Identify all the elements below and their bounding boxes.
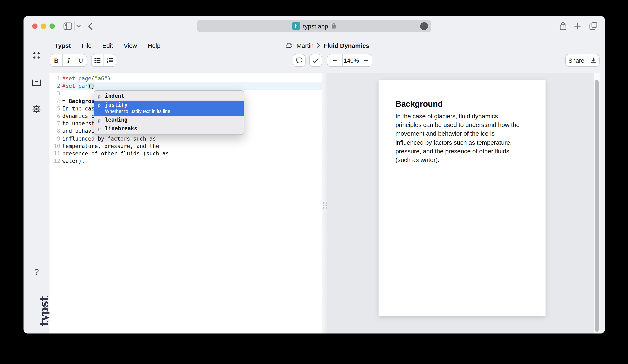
numbered-list-button[interactable]: 1 2: [104, 54, 116, 66]
code-line-9[interactable]: 9influenced by factors such as: [50, 135, 322, 143]
browser-window: t typst.app: [23, 16, 605, 334]
help-icon[interactable]: ?: [34, 268, 39, 277]
code-line-2[interactable]: 2#set par(): [50, 82, 322, 90]
line-number: 4: [50, 97, 60, 105]
menu-bar: TypstFileEditViewHelp: [55, 38, 160, 52]
site-favicon: t: [292, 22, 300, 30]
close-window-button[interactable]: [32, 23, 37, 29]
preview-text-line: movement and behavior of the ice is: [395, 129, 530, 138]
preview-text-line: principles can be used to understand how…: [395, 120, 530, 129]
menu-file[interactable]: File: [82, 42, 91, 49]
check-button-group: [309, 54, 322, 67]
param-prefix: p: [98, 116, 101, 123]
code-line-11[interactable]: 11presence of other fluids (such as: [50, 150, 322, 157]
zoom-level[interactable]: 140%: [342, 54, 360, 66]
share-page-icon[interactable]: [559, 21, 566, 30]
code-text: water).: [62, 157, 85, 165]
preview-pane: Background In the case of glaciers, flui…: [327, 73, 600, 334]
autocomplete-popup: pindentpjustifyWhether to justify text i…: [93, 90, 244, 135]
zoom-window-button[interactable]: [49, 23, 55, 29]
tab-overview-icon[interactable]: [589, 22, 598, 30]
param-name: indent: [105, 92, 124, 99]
param-prefix: p: [98, 102, 101, 108]
preview-text-line: In the case of glaciers, fluid dynamics: [395, 112, 530, 120]
browser-titlebar: t typst.app: [23, 16, 605, 37]
autocomplete-item-linebreaks[interactable]: plinebreaks: [94, 124, 243, 133]
code-line-12[interactable]: 12water).: [50, 157, 322, 165]
preview-page: Background In the case of glaciers, flui…: [379, 80, 546, 316]
zoom-level-label: 140%: [344, 57, 359, 64]
code-line-1[interactable]: 1#set page("a6"): [50, 75, 322, 82]
checkmark-icon: [313, 58, 319, 63]
preview-scrollbar-track[interactable]: [594, 73, 600, 334]
breadcrumb-document[interactable]: Fluid Dynamics: [323, 42, 369, 49]
drag-handle-icon[interactable]: [323, 202, 326, 209]
line-number: 1: [50, 75, 60, 82]
line-number: 10: [50, 143, 60, 150]
autocomplete-item-justify[interactable]: pjustifyWhether to justify text in its l…: [94, 100, 243, 116]
italic-button[interactable]: I: [63, 54, 75, 66]
gear-icon[interactable]: [32, 105, 41, 113]
line-number: 9: [50, 135, 60, 143]
svg-text:2: 2: [107, 60, 108, 63]
share-group: Share: [565, 54, 600, 67]
page-settings-icon[interactable]: [420, 22, 428, 30]
code-line-10[interactable]: 10temperature, pressure, and the: [50, 143, 322, 150]
line-number: 5: [50, 105, 60, 113]
comment-button-group: [293, 54, 306, 67]
breadcrumb-workspace[interactable]: Martin: [297, 42, 314, 49]
breadcrumb[interactable]: Martin Fluid Dynamics: [285, 38, 369, 52]
line-number: 3: [50, 90, 60, 97]
editor-toolbar: B I U 1 2: [23, 54, 605, 69]
svg-text:1: 1: [107, 58, 108, 60]
new-tab-icon[interactable]: [574, 23, 581, 30]
preview-heading: Background: [395, 99, 530, 109]
preview-text-line: influenced by factors such as temperatur…: [395, 138, 530, 146]
pane-divider[interactable]: [322, 73, 327, 334]
zoom-out-button[interactable]: −: [327, 54, 342, 66]
autocomplete-item-leading[interactable]: pleading: [94, 116, 243, 124]
address-bar[interactable]: t typst.app: [197, 20, 431, 32]
line-number: 11: [50, 150, 60, 157]
list-group: 1 2: [91, 54, 116, 67]
share-button-label: Share: [568, 57, 584, 64]
line-number: 8: [50, 128, 60, 135]
bullet-list-button[interactable]: [91, 54, 104, 66]
menu-help[interactable]: Help: [148, 42, 160, 49]
line-number: 7: [50, 120, 60, 127]
param-prefix: p: [98, 125, 101, 132]
minimize-window-button[interactable]: [41, 23, 46, 29]
code-text: temperature, pressure, and the: [62, 143, 159, 150]
bold-button[interactable]: B: [50, 54, 63, 66]
spellcheck-button[interactable]: [310, 54, 322, 66]
preview-text-line: pressure, and the presence of other flui…: [395, 147, 530, 155]
chevron-down-icon[interactable]: [76, 25, 81, 28]
code-text: #set page("a6"): [62, 75, 111, 82]
sidebar-toggle-icon[interactable]: [64, 22, 72, 30]
code-text: influenced by factors such as: [62, 135, 156, 143]
menu-typst[interactable]: Typst: [55, 42, 71, 49]
comment-button[interactable]: [293, 54, 305, 66]
apps-grid-icon[interactable]: [33, 52, 40, 59]
screen: t typst.app: [0, 0, 628, 364]
share-button[interactable]: Share: [566, 54, 587, 66]
param-name: leading: [105, 116, 128, 123]
bold-label: B: [54, 57, 59, 64]
preview-text-line: (such as water).: [395, 155, 530, 164]
underline-button[interactable]: U: [75, 54, 86, 66]
zoom-in-button[interactable]: +: [360, 54, 372, 66]
download-button[interactable]: [587, 54, 599, 66]
template-box-icon[interactable]: [32, 79, 41, 86]
line-number: 2: [50, 82, 60, 90]
download-icon: [590, 57, 596, 64]
param-name: linebreaks: [105, 125, 137, 131]
menu-view[interactable]: View: [124, 42, 137, 49]
menu-edit[interactable]: Edit: [102, 42, 113, 49]
back-icon[interactable]: [88, 22, 93, 30]
autocomplete-item-indent[interactable]: pindent: [94, 92, 243, 100]
code-text: presence of other fluids (such as: [62, 150, 169, 157]
param-description: Whether to justify text in its line.: [105, 109, 239, 114]
preview-scrollbar-thumb[interactable]: [595, 80, 599, 332]
app-menubar: TypstFileEditViewHelp Martin Fluid Dynam…: [23, 38, 605, 52]
lock-icon: [331, 23, 336, 29]
